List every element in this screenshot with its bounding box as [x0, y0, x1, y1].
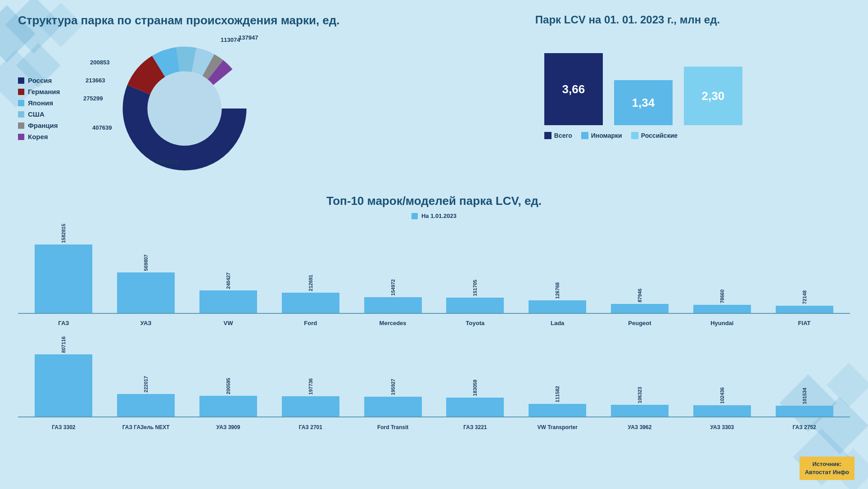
model-bar-gaz3221-value: 183059	[472, 380, 478, 396]
brand-bar-gaz: 1582815	[23, 224, 105, 313]
legend-item-france: Франция	[18, 122, 77, 129]
model-bar-uaz3909-value: 200595	[226, 378, 231, 394]
brand-label-uaz: УАЗ	[105, 314, 187, 332]
brand-bar-mercedes-rect	[364, 297, 422, 313]
legend-item-usa: США	[18, 110, 77, 118]
model-bar-uaz3303-value: 102436	[719, 387, 725, 404]
bottom-chart-legend: На 1.01.2023	[18, 213, 850, 219]
brand-label-toyota: Toyota	[434, 314, 516, 332]
brand-bar-gaz-value: 1582815	[61, 224, 66, 243]
top-models-bars: 807116 222017 200595 197736 195927 18305	[18, 336, 850, 417]
donut-area: Россия Германия Япония США	[18, 36, 490, 181]
brand-bar-toyota: 151705	[434, 224, 516, 313]
model-bar-uaz3909: 200595	[187, 336, 270, 417]
lcv-bar-inomarka-rect: 1,34	[614, 80, 673, 125]
brand-label-lada: Lada	[516, 314, 599, 332]
legend-color-usa	[18, 111, 24, 118]
brand-bar-hyundai-rect	[693, 305, 751, 313]
model-bar-gaz3221-rect	[446, 398, 504, 417]
donut-label-2310322: 2310322	[155, 158, 178, 165]
lcv-panel: Парк LCV на 01. 01. 2023 г., млн ед. 3,6…	[508, 14, 850, 181]
lcv-legend-label-russian: Российские	[641, 132, 678, 139]
lcv-legend-vsego: Всего	[544, 132, 572, 139]
donut-svg	[113, 41, 257, 176]
model-bar-gaz2701: 197736	[269, 336, 352, 417]
brand-bar-mercedes-value: 154972	[390, 279, 396, 296]
brand-bar-hyundai-value: 78660	[719, 290, 725, 303]
model-bar-gaz3302-rect	[35, 354, 92, 417]
bottom-section: Топ-10 марок/моделей парка LCV, ед. На 1…	[18, 194, 850, 438]
lcv-legend-color-russian	[631, 132, 638, 139]
model-bar-gaz2701-rect	[282, 396, 339, 417]
brand-bar-uaz-value: 569807	[143, 254, 149, 271]
brand-label-mercedes: Mercedes	[352, 314, 434, 332]
legend-label-usa: США	[28, 110, 45, 118]
model-bar-fordtransit-rect	[364, 397, 422, 417]
donut-title: Структура парка по странам происхождения…	[18, 14, 490, 27]
lcv-bar-inomarka: 1,34	[614, 80, 673, 125]
legend-color-france	[18, 122, 24, 129]
model-bar-uaz3962-value: 106323	[637, 387, 642, 403]
model-label-gaz2701: ГАЗ 2701	[269, 417, 352, 438]
model-bar-gazel-rect	[117, 394, 175, 417]
donut-label-113074: 113074	[221, 36, 240, 43]
bottom-title: Топ-10 марок/моделей парка LCV, ед.	[18, 194, 850, 208]
donut-label-407639: 407639	[92, 124, 112, 131]
model-bar-vwtransporter-rect	[529, 404, 586, 417]
brand-bar-lada-value: 126768	[555, 282, 560, 299]
brand-label-fiat: FIAT	[763, 314, 845, 332]
lcv-title: Парк LCV на 01. 01. 2023 г., млн ед.	[535, 14, 850, 26]
legend-label-russia: Россия	[28, 77, 52, 84]
lcv-legend-russian: Российские	[631, 132, 678, 139]
brand-bar-vw-value: 240427	[226, 272, 231, 289]
main-content: Структура парка по странам происхождения…	[0, 0, 868, 447]
lcv-bar-vsego-rect: 3,66	[544, 53, 603, 125]
brand-bar-gaz-rect	[35, 244, 92, 313]
brand-bar-toyota-value: 151705	[472, 280, 478, 296]
bottom-legend-label: На 1.01.2023	[421, 213, 457, 219]
brand-label-hyundai: Hyundai	[681, 314, 763, 332]
model-label-uaz3962: УАЗ 3962	[599, 417, 681, 438]
donut-label-275299: 275299	[83, 95, 103, 102]
brand-label-vw: VW	[187, 314, 270, 332]
legend-item-korea: Корея	[18, 133, 77, 140]
model-label-uaz3303: УАЗ 3303	[681, 417, 763, 438]
lcv-legend: Всего Иномарки Российские	[535, 132, 850, 139]
lcv-bar-inomarka-value: 1,34	[632, 96, 655, 110]
legend-item-germany: Германия	[18, 88, 77, 95]
brand-bar-uaz: 569807	[105, 224, 187, 313]
model-bar-uaz3962-rect	[611, 405, 669, 417]
top-section: Структура парка по странам происхождения…	[18, 14, 850, 181]
source-box: Источник: Автостат Инфо	[800, 457, 854, 480]
legend-color-japan	[18, 100, 24, 106]
brand-bar-lada-rect	[529, 300, 586, 313]
brand-bar-ford: 212691	[269, 224, 352, 313]
model-bar-gaz3302-value: 807116	[61, 336, 66, 353]
lcv-legend-color-inomarka	[581, 132, 588, 139]
brand-name-labels: ГАЗ УАЗ VW Ford Mercedes Toyota Lada Peu…	[18, 314, 850, 332]
donut-legend: Россия Германия Япония США	[18, 77, 77, 140]
svg-point-17	[148, 72, 222, 145]
lcv-bar-vsego: 3,66	[544, 53, 603, 125]
brand-bar-mercedes: 154972	[352, 224, 434, 313]
legend-label-germany: Германия	[28, 88, 60, 95]
model-label-fordtransit: Ford Transit	[352, 417, 434, 438]
model-label-gaz3302: ГАЗ 3302	[23, 417, 105, 438]
lcv-legend-label-vsego: Всего	[554, 132, 572, 139]
model-label-vwtransporter: VW Transporter	[516, 417, 599, 438]
model-bar-gaz2752-rect	[776, 406, 833, 417]
top-brands-bars: 1582815 569807 240427 212691 154972 1517	[18, 224, 850, 314]
donut-label-213663: 213663	[86, 77, 105, 84]
model-bar-gaz2752: 101534	[763, 336, 845, 417]
brand-bar-peugeot-rect	[611, 304, 669, 313]
lcv-legend-label-inomarka: Иномарки	[591, 132, 622, 139]
brand-bar-ford-rect	[282, 293, 339, 313]
lcv-bar-vsego-value: 3,66	[562, 82, 585, 96]
donut-panel: Структура парка по странам происхождения…	[18, 14, 490, 181]
lcv-bar-russian: 2,30	[684, 67, 742, 125]
legend-label-korea: Корея	[28, 133, 48, 140]
brand-bar-fiat-value: 72148	[802, 290, 807, 304]
model-label-uaz3909: УАЗ 3909	[187, 417, 270, 438]
model-name-labels: ГАЗ 3302 ГАЗ ГАЗель NEXT УАЗ 3909 ГАЗ 27…	[18, 417, 850, 438]
brand-bar-hyundai: 78660	[681, 224, 763, 313]
